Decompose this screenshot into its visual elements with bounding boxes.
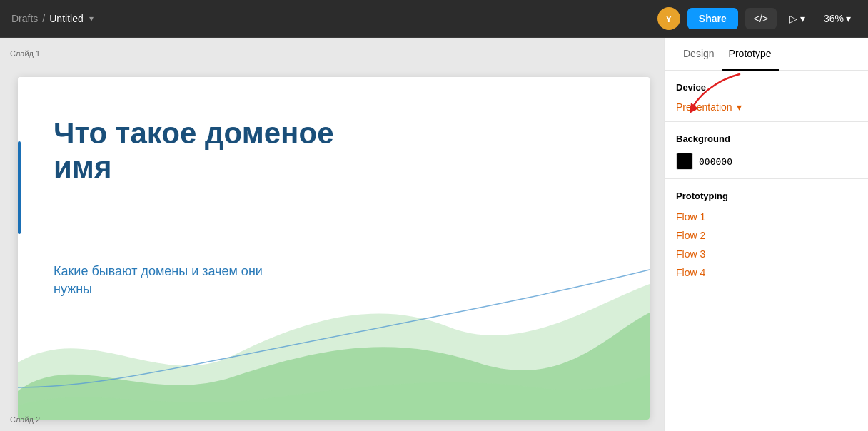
zoom-level: 36% — [824, 13, 844, 24]
tab-design[interactable]: Design — [676, 38, 722, 71]
device-section: Device Presentation ▾ — [665, 71, 868, 122]
tab-prototype[interactable]: Prototype — [722, 38, 779, 71]
main-layout: Слайд 1 Что такое доменое имя Какие быва… — [0, 38, 868, 431]
play-button[interactable]: ▷ ▾ — [784, 8, 811, 29]
play-chevron-icon: ▾ — [800, 13, 805, 24]
topbar-right: Y Share </> ▷ ▾ 36% ▾ — [657, 7, 857, 30]
flow-item-4[interactable]: Flow 4 — [676, 267, 857, 278]
slide-canvas[interactable]: Что такое доменое имя Какие бывают домен… — [18, 77, 650, 420]
flow-item-1[interactable]: Flow 1 — [676, 211, 857, 223]
slide-label-2: Слайд 2 — [10, 415, 40, 424]
device-value: Presentation — [676, 101, 732, 113]
chevron-down-icon[interactable]: ▾ — [89, 14, 94, 24]
code-icon: </> — [754, 13, 768, 24]
left-border-accent — [18, 141, 21, 234]
flow-item-3[interactable]: Flow 3 — [676, 248, 857, 260]
flow-item-2[interactable]: Flow 2 — [676, 230, 857, 241]
play-icon: ▷ — [789, 13, 797, 24]
bg-color-hex: 000000 — [699, 156, 732, 167]
bg-color-swatch[interactable] — [676, 153, 693, 170]
device-section-title: Device — [676, 82, 857, 93]
topbar: Drafts / Untitled ▾ Y Share </> ▷ ▾ 36% … — [0, 0, 868, 38]
breadcrumb-separator: / — [42, 13, 45, 24]
zoom-chevron-icon: ▾ — [846, 13, 851, 24]
panel-tabs: Design Prototype — [665, 38, 868, 71]
code-button[interactable]: </> — [745, 8, 777, 29]
canvas-area: Слайд 1 Что такое доменое имя Какие быва… — [0, 38, 664, 431]
zoom-button[interactable]: 36% ▾ — [818, 8, 857, 29]
background-section: Background 000000 — [665, 122, 868, 179]
prototyping-section: Prototyping Flow 1 Flow 2 Flow 3 Flow 4 — [665, 179, 868, 297]
device-select[interactable]: Presentation ▾ — [676, 101, 857, 113]
slide-label-1: Слайд 1 — [10, 49, 40, 58]
right-panel: Design Prototype Device Presentation ▾ B… — [664, 38, 868, 431]
breadcrumb-title: Untitled — [49, 13, 83, 24]
wave-area — [18, 263, 650, 420]
topbar-left: Drafts / Untitled ▾ — [11, 13, 94, 24]
slide-main: Что такое доменое имя Какие бывают домен… — [18, 77, 650, 420]
share-button[interactable]: Share — [687, 8, 738, 29]
background-color-row: 000000 — [676, 153, 857, 170]
prototyping-title: Prototyping — [676, 191, 857, 201]
slide-heading: Что такое доменое имя — [54, 116, 353, 186]
background-section-title: Background — [676, 133, 857, 144]
user-avatar-button[interactable]: Y — [657, 7, 680, 30]
flow-list: Flow 1 Flow 2 Flow 3 Flow 4 — [676, 211, 857, 278]
device-chevron-icon: ▾ — [737, 101, 742, 113]
breadcrumb-drafts: Drafts — [11, 13, 38, 24]
